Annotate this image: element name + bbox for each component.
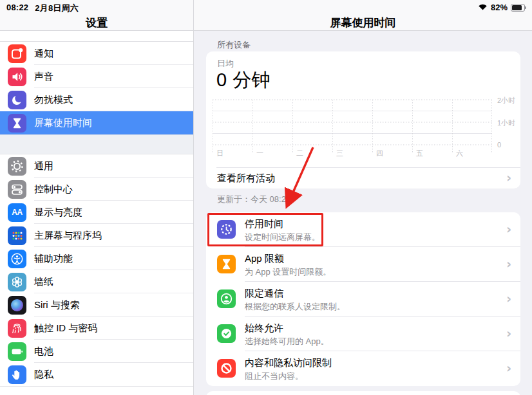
settings-app-window: 08:22 2月8日周六 设置 82% 屏幕使用时间 通知 [0, 0, 532, 395]
sidebar-item-label: 主屏幕与程序坞 [34, 230, 102, 242]
flower-icon [8, 273, 26, 291]
list-item-app-limits[interactable]: App 限额 为 App 设置时间限额。 › [206, 247, 520, 282]
xtick-mon: 一 [256, 149, 263, 158]
sidebar: 通知 声音 勿扰模式 屏幕使用时间 [0, 31, 194, 395]
notifications-icon [8, 44, 26, 63]
battery-icon [511, 4, 527, 12]
downtime-clock-icon [217, 220, 236, 239]
list-item-subtitle: 阻止不当内容。 [245, 371, 303, 382]
see-all-activity-label: 查看所有活动 [217, 172, 275, 185]
sidebar-item-display-brightness[interactable]: AA 显示与亮度 [0, 201, 193, 224]
sidebar-item-label: 屏幕使用时间 [34, 117, 92, 129]
see-all-activity-row[interactable]: 查看所有活动 › [206, 168, 520, 188]
list-item-subtitle: 设定时间远离屏幕。 [245, 232, 320, 243]
chevron-right-icon: › [506, 223, 511, 235]
screen-time-options-card: 停用时间 设定时间远离屏幕。 › App 限额 为 App 设置时间限额。 › … [206, 212, 520, 386]
list-item-always-allowed[interactable]: 始终允许 选择始终可用的 App。 › [206, 317, 520, 351]
xtick-tue: 二 [296, 149, 303, 158]
section-label-all-devices: 所有设备 [217, 39, 251, 51]
clock-date: 2月8日周六 [35, 3, 79, 14]
sidebar-item-control-center[interactable]: 控制中心 [0, 178, 193, 201]
list-item-title: 停用时间 [245, 218, 283, 230]
battery-app-icon [8, 342, 26, 361]
list-item-communication-limits[interactable]: 限定通信 根据您的联系人设定限制。 › [206, 282, 520, 317]
sidebar-item-general[interactable]: 通用 [0, 154, 193, 178]
gear-icon [8, 157, 26, 176]
chevron-right-icon: › [506, 327, 511, 340]
statusbar-left: 08:22 2月8日周六 [6, 3, 79, 14]
sidebar-item-label: 通知 [34, 48, 53, 60]
speaker-icon [8, 68, 26, 86]
sidebar-item-label: 声音 [34, 71, 53, 83]
sidebar-item-label: 墙纸 [34, 276, 53, 288]
sidebar-item-do-not-disturb[interactable]: 勿扰模式 [0, 88, 193, 111]
sidebar-item-label: 通用 [34, 160, 53, 172]
chevron-right-icon: › [506, 172, 511, 184]
page-title: 屏幕使用时间 [194, 15, 532, 30]
sidebar-item-label: 辅助功能 [34, 253, 73, 265]
xtick-sat: 六 [456, 149, 463, 158]
list-item-title: App 限额 [245, 253, 284, 265]
fingerprint-icon [8, 319, 26, 338]
chevron-right-icon: › [506, 293, 511, 305]
list-item-subtitle: 为 App 设置时间限额。 [245, 266, 331, 278]
sidebar-header: 08:22 2月8日周六 设置 [0, 0, 194, 31]
clock-time: 08:22 [6, 3, 28, 14]
sidebar-item-sounds[interactable]: 声音 [0, 65, 193, 88]
xtick-fri: 五 [416, 149, 423, 158]
sidebar-item-wallpaper[interactable]: 墙纸 [0, 270, 193, 293]
usage-summary-card: 日均 0 分钟 [206, 51, 520, 188]
sidebar-item-label: 控制中心 [34, 183, 73, 196]
display-aa-icon: AA [8, 203, 26, 222]
contact-circle-icon [217, 289, 236, 308]
toggles-icon [8, 180, 26, 199]
main-header: 82% 屏幕使用时间 [194, 0, 532, 31]
sidebar-item-label: 勿扰模式 [34, 94, 73, 106]
list-item-downtime[interactable]: 停用时间 设定时间远离屏幕。 › [206, 212, 520, 247]
list-item-subtitle: 根据您的联系人设定限制。 [245, 301, 345, 313]
list-item-title: 内容和隐私访问限制 [245, 357, 332, 369]
ytick-1h: 1小时 [497, 118, 515, 128]
sidebar-item-touch-id-passcode[interactable]: 触控 ID 与密码 [0, 317, 193, 340]
sidebar-group-gap [0, 135, 193, 154]
list-item-subtitle: 选择始终可用的 App。 [245, 336, 329, 347]
screen-time-panel: 所有设备 日均 0 分钟 [194, 31, 532, 395]
check-badge-icon [217, 324, 236, 343]
sidebar-group-1: 通知 声音 勿扰模式 屏幕使用时间 [0, 41, 193, 135]
chevron-right-icon: › [506, 362, 511, 374]
sidebar-item-privacy[interactable]: 隐私 [0, 363, 193, 386]
updated-timestamp: 更新于：今天 08:21 [217, 194, 290, 205]
sidebar-item-battery[interactable]: 电池 [0, 340, 193, 363]
hand-icon [8, 365, 26, 384]
sidebar-title: 设置 [0, 15, 193, 30]
sidebar-item-notifications[interactable]: 通知 [0, 42, 193, 65]
app-grid-icon [8, 226, 26, 245]
xtick-wed: 三 [336, 149, 343, 158]
xtick-sun: 日 [216, 149, 223, 158]
list-item-title: 限定通信 [245, 288, 283, 300]
list-item-content-privacy-restrictions[interactable]: 内容和隐私访问限制 阻止不当内容。 › [206, 351, 520, 386]
sidebar-item-accessibility[interactable]: 辅助功能 [0, 247, 193, 270]
sidebar-group-2: 通用 控制中心 AA 显示与亮度 [0, 154, 193, 387]
sidebar-item-label: Siri 与搜索 [34, 299, 80, 311]
chart-grid [213, 96, 492, 156]
sidebar-item-label: 电池 [34, 345, 53, 358]
wifi-icon [478, 3, 488, 12]
sidebar-item-label: 隐私 [34, 369, 53, 381]
next-section-card-partial [206, 391, 520, 395]
list-item-title: 始终允许 [245, 322, 283, 335]
battery-percent-label: 82% [491, 3, 508, 12]
screen-time-chart: 2小时 1小时 0 日 一 二 三 四 五 六 [206, 96, 520, 161]
hourglass-icon [217, 255, 236, 273]
xtick-thu: 四 [376, 149, 383, 158]
ytick-2h: 2小时 [497, 96, 515, 106]
chevron-right-icon: › [506, 258, 511, 270]
sidebar-item-siri-search[interactable]: Siri 与搜索 [0, 293, 193, 317]
display-aa-glyph: AA [12, 208, 22, 217]
prohibited-icon [217, 359, 236, 378]
accessibility-icon [8, 250, 26, 268]
statusbar-right: 82% [478, 3, 527, 12]
sidebar-item-home-screen-dock[interactable]: 主屏幕与程序坞 [0, 224, 193, 247]
sidebar-item-screen-time[interactable]: 屏幕使用时间 [0, 111, 193, 134]
siri-icon [8, 296, 26, 315]
